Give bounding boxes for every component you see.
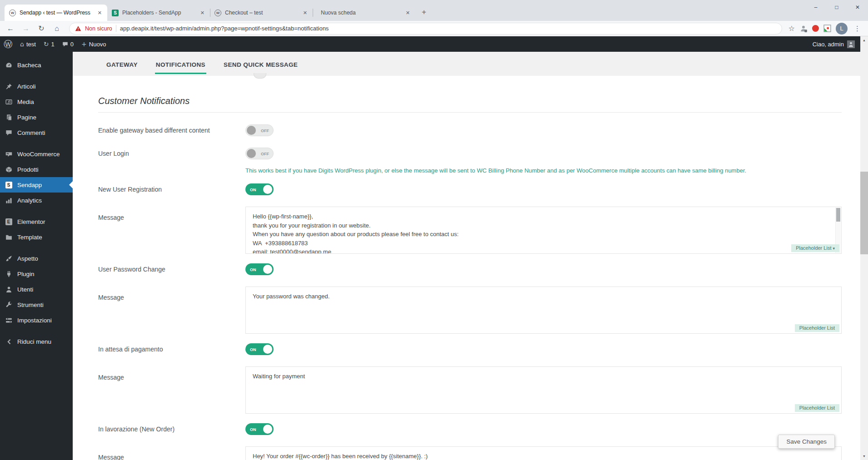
save-changes-button[interactable]: Save Changes [778, 435, 835, 449]
placeholder-list-label: Placeholder List [796, 245, 831, 251]
extension-icon[interactable] [812, 25, 819, 32]
message-row: Message Hey! Your order #{{wc-order}} ha… [98, 446, 842, 460]
url-text[interactable]: app.deapix.it/test/wp-admin/admin.php?pa… [120, 25, 329, 32]
new-content-menu[interactable]: + Nuovo [81, 41, 106, 48]
message-textarea[interactable]: Hey! Your order #{{wc-order}} has been r… [245, 446, 842, 460]
browser-tab[interactable]: Nuova scheda ✕ [313, 5, 415, 21]
sidebar-item-utenti[interactable]: Utenti [0, 282, 73, 297]
security-label[interactable]: Non sicuro [85, 25, 112, 32]
sidebar-item-media[interactable]: Media [0, 94, 73, 109]
scrollbar-up-arrow[interactable]: ▲ [860, 36, 868, 44]
toggle[interactable]: ON [245, 423, 274, 435]
wordpress-favicon: W [215, 10, 221, 16]
browser-menu-button[interactable]: ⋮ [852, 25, 863, 33]
sidebar-item-pagine[interactable]: Pagine [0, 109, 73, 125]
browser-profile-avatar[interactable]: L [836, 23, 848, 35]
settings-content: GATEWAYNOTIFICATIONSSEND QUICK MESSAGE C… [73, 52, 860, 460]
scrollbar-thumb[interactable] [860, 172, 868, 254]
plus-icon: + [81, 41, 87, 47]
message-textarea[interactable]: Waiting for payment Placeholder List [245, 366, 842, 414]
new-tab-button[interactable]: + [417, 5, 431, 19]
page-scrollbar[interactable]: ▲ ▼ [860, 36, 868, 460]
sidebar-item-prodotti[interactable]: Prodotti [0, 162, 73, 177]
sidebar-item-riduci-menu[interactable]: Riduci menu [0, 334, 73, 349]
message-textarea[interactable]: Hello {{wp-first-name}}, thank you for y… [245, 207, 842, 254]
sidebar-item-label: Elementor [17, 218, 45, 225]
extension-icon[interactable] [799, 25, 808, 33]
setting-label: Message [98, 366, 245, 414]
sidebar-item-label: Sendapp [17, 182, 42, 188]
scrollbar-down-arrow[interactable]: ▼ [860, 452, 868, 460]
message-textarea[interactable]: Your password was changed. Placeholder L… [245, 287, 842, 334]
admin-main: Bacheca Articoli Media Pagine Commenti W… [0, 52, 860, 460]
window-minimize-button[interactable]: – [805, 0, 826, 15]
setting-label: In lavorazione (New Order) [98, 423, 245, 437]
tab-notifications[interactable]: NOTIFICATIONS [155, 54, 206, 74]
sidebar-item-label: Bacheca [17, 62, 41, 69]
message-row: Message Waiting for payment Placeholder … [98, 366, 842, 414]
extension-icon[interactable] [823, 25, 831, 32]
sidebar-item-bacheca[interactable]: Bacheca [0, 57, 73, 73]
sidebar-item-aspetto[interactable]: Aspetto [0, 251, 73, 266]
toggle[interactable]: OFF [245, 124, 274, 136]
updates-menu[interactable]: ↻ 1 [44, 41, 55, 48]
sidebar-item-strumenti[interactable]: Strumenti [0, 297, 73, 312]
toggle[interactable]: ON [245, 183, 274, 195]
section-heading: Customer Notifications [98, 96, 842, 106]
comments-menu[interactable]: 0 [62, 41, 74, 48]
sidebar-item-label: Plugin [17, 271, 35, 277]
browser-tab[interactable]: S Placeholders - SendApp ✕ [107, 5, 210, 21]
tab-title: Placeholders - SendApp [122, 10, 196, 16]
setting-label: In attesa di pagamento [98, 343, 245, 357]
tab-close-icon[interactable]: ✕ [302, 9, 308, 17]
home-button[interactable]: ⌂ [51, 25, 63, 33]
tab-close-icon[interactable]: ✕ [200, 9, 205, 17]
sendapp-icon: S [5, 182, 12, 188]
tab-close-icon[interactable]: ✕ [405, 9, 411, 17]
browser-tab[interactable]: W Checkout – test ✕ [210, 5, 313, 21]
toggle[interactable]: ON [245, 263, 274, 275]
setting-row: In attesa di pagamento ON [98, 343, 842, 357]
tab-close-icon[interactable]: ✕ [97, 9, 103, 17]
placeholder-list-button[interactable]: Placeholder List [795, 324, 839, 332]
comments-count: 0 [70, 41, 74, 48]
placeholder-list-label: Placeholder List [799, 325, 835, 331]
sidebar-item-commenti[interactable]: Commenti [0, 125, 73, 140]
toggle[interactable]: ON [245, 343, 274, 355]
brush-icon [5, 255, 12, 262]
browser-tab[interactable]: W Sendapp ‹ test — WordPress ✕ [5, 5, 107, 21]
forward-button[interactable]: → [20, 25, 32, 33]
sidebar-item-template[interactable]: Template [0, 229, 73, 245]
new-label: Nuovo [89, 41, 106, 48]
setting-row: In lavorazione (New Order) ON [98, 423, 842, 437]
sidebar-item-impostazioni[interactable]: Impostazioni [0, 312, 73, 328]
sidebar-item-articoli[interactable]: Articoli [0, 79, 73, 94]
textarea-scrollbar-thumb[interactable] [836, 208, 840, 222]
sidebar-item-sendapp[interactable]: S Sendapp [0, 177, 73, 193]
window-close-button[interactable]: ✕ [847, 0, 868, 15]
window-maximize-button[interactable]: □ [826, 0, 847, 15]
sidebar-item-plugin[interactable]: Plugin [0, 266, 73, 282]
sidebar-item-woocommerce[interactable]: WooCommerce [0, 146, 73, 162]
site-name-menu[interactable]: ⌂ test [20, 41, 36, 48]
sidebar-item-label: Template [17, 234, 42, 241]
setting-row: User Password Change ON [98, 263, 842, 277]
message-row: Message Hello {{wp-first-name}}, thank y… [98, 207, 842, 254]
toggle-state-label: OFF [261, 129, 269, 133]
tab-gateway[interactable]: GATEWAY [105, 54, 139, 74]
address-bar[interactable]: Non sicuro app.deapix.it/test/wp-admin/a… [69, 23, 782, 35]
toolbar-right: ☆ L ⋮ [788, 23, 863, 35]
my-account-menu[interactable]: Ciao, admin [813, 40, 855, 48]
warning-icon [75, 25, 81, 32]
sidebar-item-analytics[interactable]: Analytics [0, 193, 73, 208]
back-button[interactable]: ← [5, 25, 16, 33]
wp-logo-menu[interactable]: Ⓦ [4, 40, 12, 49]
placeholder-list-button[interactable]: Placeholder List▾ [791, 244, 839, 252]
wordpress-logo-icon: Ⓦ [4, 40, 12, 49]
placeholder-list-button[interactable]: Placeholder List [795, 404, 839, 412]
toggle[interactable]: OFF [245, 148, 274, 159]
tab-send-quick-message[interactable]: SEND QUICK MESSAGE [223, 54, 299, 74]
sidebar-item-elementor[interactable]: E Elementor [0, 214, 73, 229]
bookmark-star-icon[interactable]: ☆ [788, 24, 795, 33]
reload-button[interactable]: ↻ [35, 24, 47, 33]
